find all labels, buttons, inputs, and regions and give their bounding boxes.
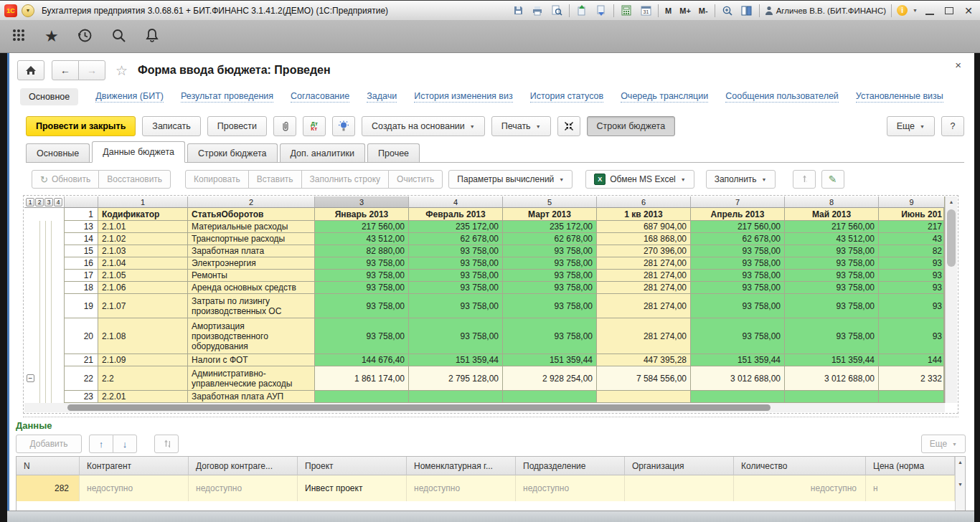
collapse-form-button[interactable] xyxy=(557,116,580,136)
cell-r19-c4[interactable]: 93 758,00 xyxy=(409,294,503,318)
data-cell-7[interactable]: недоступно xyxy=(734,475,866,501)
create-based-on-button[interactable]: Создать на основании▼ xyxy=(362,116,485,136)
cell-r22-c9[interactable]: 2 332 xyxy=(879,366,944,391)
data-cell-6[interactable] xyxy=(625,475,734,501)
cell-r15-name[interactable]: Заработная плата xyxy=(188,245,315,257)
nav-link-6[interactable]: История статусов xyxy=(530,91,603,103)
group-level-button-3[interactable]: 3 xyxy=(44,198,53,207)
cell-r20-code[interactable]: 2.1.08 xyxy=(98,318,188,354)
row-header-22[interactable]: 22 xyxy=(65,366,98,391)
cell-r17-c8[interactable]: 93 758,00 xyxy=(785,270,879,282)
cell-r14-c4[interactable]: 62 678,00 xyxy=(409,233,503,245)
col-header-8[interactable]: 8 xyxy=(785,196,879,208)
cell-r22-c6[interactable]: 7 584 556,00 xyxy=(597,366,691,391)
cell-r15-c3[interactable]: 82 880,00 xyxy=(315,245,409,257)
data-cell-4[interactable]: недоступно xyxy=(407,475,516,501)
tab-1[interactable]: Данные бюджета xyxy=(92,141,185,163)
header-month-3[interactable]: 1 кв 2013 xyxy=(597,208,691,221)
cell-r18-c7[interactable]: 93 758,00 xyxy=(691,282,785,294)
header-month-4[interactable]: Апрель 2013 xyxy=(691,208,785,221)
print-icon[interactable] xyxy=(530,4,545,17)
app-logo-1c[interactable]: 1С xyxy=(4,4,17,17)
cell-r23-code[interactable]: 2.2.01 xyxy=(98,391,188,403)
cell-r17-c5[interactable]: 93 758,00 xyxy=(503,270,597,282)
col-header-4[interactable]: 4 xyxy=(409,196,503,208)
header-month-5[interactable]: Май 2013 xyxy=(785,208,879,221)
post-and-close-button[interactable]: Провести и закрыть xyxy=(26,116,136,136)
cell-r13-c7[interactable]: 217 560,00 xyxy=(691,221,785,233)
data-col-header-0[interactable]: N xyxy=(17,457,80,475)
scroll-thumb[interactable] xyxy=(67,404,771,411)
cell-r23-c3[interactable] xyxy=(315,391,409,403)
write-button[interactable]: Записать xyxy=(142,116,200,136)
cell-r17-c7[interactable]: 93 758,00 xyxy=(691,270,785,282)
col-header-3[interactable]: 3 xyxy=(315,196,409,208)
col-header-5[interactable]: 5 xyxy=(503,196,597,208)
more-button[interactable]: Еще▼ xyxy=(887,116,935,136)
calc-params-button[interactable]: Параметры вычислений▼ xyxy=(448,170,573,189)
row-header-1[interactable]: 1 xyxy=(65,208,98,221)
cell-r14-c5[interactable]: 62 678,00 xyxy=(503,233,597,245)
cell-r17-c3[interactable]: 93 758,00 xyxy=(315,270,409,282)
cell-r20-name[interactable]: Амортизация производственного оборудован… xyxy=(188,318,315,354)
tab-4[interactable]: Прочее xyxy=(367,143,420,162)
cell-r21-c6[interactable]: 447 395,28 xyxy=(597,354,691,366)
cell-r20-c4[interactable]: 93 758,00 xyxy=(409,318,503,354)
col-header-corner[interactable] xyxy=(65,196,98,208)
nav-link-1[interactable]: Движения (БИТ) xyxy=(95,91,164,103)
import-file-icon[interactable] xyxy=(594,4,608,17)
forward-button[interactable]: → xyxy=(78,60,105,80)
cell-r13-c9[interactable]: 217 xyxy=(879,221,944,233)
ms-excel-exchange-button[interactable]: XОбмен MS Excel▼ xyxy=(585,170,694,189)
reorder-button[interactable] xyxy=(793,170,816,189)
scroll-thumb[interactable] xyxy=(947,209,956,267)
cell-r16-c4[interactable]: 93 758,00 xyxy=(409,257,503,270)
memory-m-plus-button[interactable]: M+ xyxy=(678,6,692,15)
cell-r15-code[interactable]: 2.1.03 xyxy=(98,245,188,257)
back-button[interactable]: ← xyxy=(52,60,79,80)
refresh-button[interactable]: ↻Обновить xyxy=(32,170,99,189)
header-kodifikator[interactable]: Кодификатор xyxy=(98,208,188,221)
nav-link-9[interactable]: Установленные визы xyxy=(856,91,943,103)
cell-r20-c6[interactable]: 281 274,00 xyxy=(597,318,691,354)
cell-r18-c9[interactable]: 93 xyxy=(879,282,944,294)
cell-r19-c9[interactable]: 93 xyxy=(879,294,944,318)
close-icon[interactable]: ✕ xyxy=(961,4,976,17)
system-menu-button[interactable]: ▼ xyxy=(22,4,34,17)
cell-r19-c8[interactable]: 93 758,00 xyxy=(785,294,879,318)
cell-r21-c4[interactable]: 151 359,44 xyxy=(409,354,503,366)
data-cell-3[interactable]: Инвест проект xyxy=(298,475,407,501)
menu-grid-icon[interactable] xyxy=(11,28,26,44)
edit-button[interactable]: ✎ xyxy=(821,170,844,189)
cell-r15-c5[interactable]: 93 758,00 xyxy=(503,245,597,257)
print-button[interactable]: Печать▼ xyxy=(491,116,551,136)
cell-r14-c8[interactable]: 43 512,00 xyxy=(785,233,879,245)
data-more-button[interactable]: Еще▼ xyxy=(921,435,966,453)
row-header-15[interactable]: 15 xyxy=(65,245,98,257)
reorder-button[interactable] xyxy=(154,435,179,453)
cell-r22-c7[interactable]: 3 012 688,00 xyxy=(691,366,785,391)
cell-r20-c7[interactable]: 93 758,00 xyxy=(691,318,785,354)
cell-r17-code[interactable]: 2.1.05 xyxy=(98,270,188,282)
row-header-20[interactable]: 20 xyxy=(65,318,98,354)
help-button[interactable]: ? xyxy=(941,116,964,136)
cell-r21-c5[interactable]: 151 359,44 xyxy=(503,354,597,366)
col-header-6[interactable]: 6 xyxy=(597,196,691,208)
nav-link-8[interactable]: Сообщения пользователей xyxy=(725,91,839,103)
favorites-star-icon[interactable]: ★ xyxy=(44,29,59,44)
calculator-icon[interactable] xyxy=(619,4,633,17)
cell-r21-c8[interactable]: 151 359,44 xyxy=(785,354,879,366)
restore-button[interactable]: Восстановить xyxy=(98,170,171,189)
fill-button[interactable]: Заполнить▼ xyxy=(706,170,776,189)
minimize-icon[interactable] xyxy=(923,4,937,17)
data-cell-1[interactable]: недоступно xyxy=(80,475,189,501)
data-cell-2[interactable]: недоступно xyxy=(189,475,298,501)
header-month-jun[interactable]: Июнь 201 xyxy=(879,208,944,221)
form-close-icon[interactable]: × xyxy=(955,59,961,71)
cell-r17-c6[interactable]: 281 274,00 xyxy=(597,270,691,282)
attachments-button[interactable] xyxy=(273,116,296,136)
move-down-button[interactable]: ↓ xyxy=(113,435,137,453)
cell-r20-c5[interactable]: 93 758,00 xyxy=(503,318,597,354)
memory-m-minus-button[interactable]: M- xyxy=(697,6,710,15)
col-header-1[interactable]: 1 xyxy=(98,196,188,208)
